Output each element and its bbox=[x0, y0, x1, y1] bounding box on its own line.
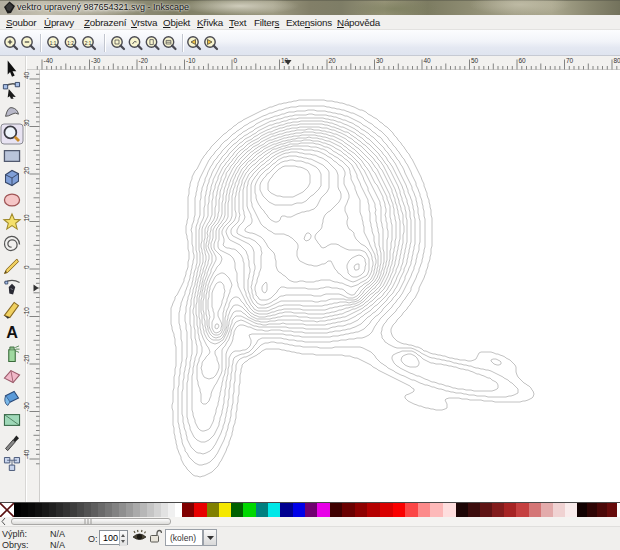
svg-text:30: 30 bbox=[376, 57, 384, 64]
svg-text:-30: -30 bbox=[23, 402, 30, 412]
svg-text:20: 20 bbox=[329, 57, 337, 64]
svg-text:2:1: 2:1 bbox=[85, 41, 92, 46]
svg-text:70: 70 bbox=[566, 57, 574, 64]
svg-text:0: 0 bbox=[234, 57, 238, 64]
svg-text:-40: -40 bbox=[44, 57, 54, 64]
svg-text:60: 60 bbox=[519, 57, 527, 64]
svg-text:-30: -30 bbox=[91, 57, 101, 64]
svg-text:40: 40 bbox=[424, 57, 432, 64]
svg-text:-10: -10 bbox=[23, 307, 30, 317]
svg-text:30: 30 bbox=[23, 119, 30, 127]
svg-text:1:1: 1:1 bbox=[50, 41, 57, 46]
svg-text:40: 40 bbox=[23, 71, 30, 79]
svg-text:80: 80 bbox=[614, 57, 620, 64]
svg-text:50: 50 bbox=[471, 57, 479, 64]
svg-text:-10: -10 bbox=[186, 57, 196, 64]
svg-text:1:2: 1:2 bbox=[67, 41, 74, 46]
svg-text:-20: -20 bbox=[139, 57, 149, 64]
svg-text:0: 0 bbox=[23, 265, 30, 269]
svg-text:20: 20 bbox=[23, 166, 30, 174]
svg-text:-40: -40 bbox=[23, 449, 30, 459]
svg-text:-20: -20 bbox=[23, 354, 30, 364]
svg-text:10: 10 bbox=[23, 214, 30, 222]
